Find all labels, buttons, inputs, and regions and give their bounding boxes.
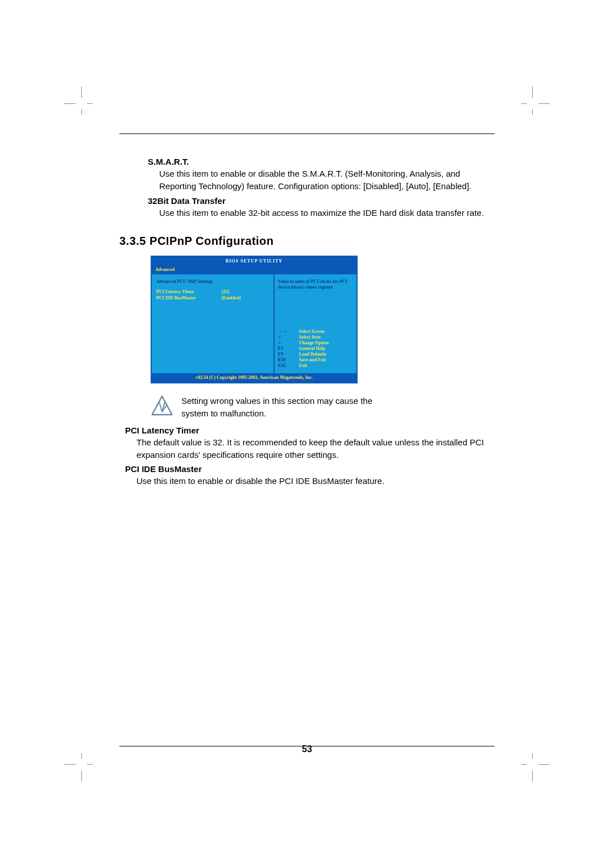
- bios-key-label: Select Screen: [299, 329, 353, 335]
- bios-key: ESC: [278, 363, 299, 369]
- bios-key-label: Save and Exit: [299, 357, 353, 363]
- section-title: 3.3.5 PCIPnP Configuration: [119, 235, 495, 248]
- bios-key: +-: [278, 340, 299, 346]
- bios-left-panel: Advanced PCI / PnP Settings PCI Latency …: [152, 274, 275, 373]
- crop-mark: [527, 86, 550, 109]
- bios-title: BIOS SETUP UTILITY: [152, 257, 356, 266]
- pci-latency-heading: PCI Latency Timer: [125, 425, 495, 435]
- bios-row-value: [Enabled]: [222, 295, 269, 301]
- bios-right-panel: Value in units of PCI clocks for PCI dev…: [275, 274, 356, 373]
- smart-section: S.M.A.R.T. Use this item to enable or di…: [148, 157, 495, 219]
- bios-key: ←→: [278, 329, 299, 335]
- bios-key-label: General Help: [299, 346, 353, 352]
- pci-section: PCI Latency Timer The default value is 3…: [125, 425, 495, 487]
- bios-row: PCI IDE BusMaster [Enabled]: [156, 295, 269, 301]
- bit32-heading: 32Bit Data Transfer: [148, 196, 495, 206]
- warning-text: Setting wrong values in this section may…: [181, 395, 386, 420]
- smart-heading: S.M.A.R.T.: [148, 157, 495, 166]
- bios-key: F1: [278, 346, 299, 352]
- smart-text: Use this item to enable or disable the S…: [159, 168, 495, 193]
- crop-mark: [64, 86, 87, 109]
- bios-row-key: PCI IDE BusMaster: [156, 295, 222, 301]
- bios-row-value: [32]: [222, 289, 269, 295]
- bios-body: Advanced PCI / PnP Settings PCI Latency …: [152, 274, 356, 373]
- page: S.M.A.R.T. Use this item to enable or di…: [0, 0, 614, 868]
- crop-mark: [64, 759, 87, 782]
- top-rule: [119, 133, 495, 134]
- bios-panel-heading: Advanced PCI / PnP Settings: [156, 279, 269, 285]
- bios-help-text: Value in units of PCI clocks for PCI dev…: [278, 279, 353, 290]
- bios-row: PCI Latency Timer [32]: [156, 289, 269, 295]
- page-number: 53: [119, 744, 495, 754]
- bios-tab: Advanced: [152, 266, 356, 274]
- crop-mark: [527, 759, 550, 782]
- warning-box: Setting wrong values in this section may…: [151, 395, 495, 420]
- pci-ide-text: Use this item to enable or disable the P…: [136, 475, 495, 487]
- bios-key: F9: [278, 352, 299, 357]
- pci-ide-heading: PCI IDE BusMaster: [125, 464, 495, 474]
- pci-latency-text: The default value is 32. It is recommend…: [136, 436, 495, 461]
- bios-footer: v02.54 (C) Copyright 1985-2003, American…: [152, 373, 356, 382]
- bios-screenshot: BIOS SETUP UTILITY Advanced Advanced PCI…: [151, 256, 358, 383]
- bios-row-key: PCI Latency Timer: [156, 289, 222, 295]
- bios-key-label: Exit: [299, 363, 353, 369]
- warning-icon: [151, 395, 173, 418]
- bios-key-label: Change Option: [299, 340, 353, 346]
- bios-key-legend: ←→Select Screen ↑↓Select Item +-Change O…: [278, 329, 353, 369]
- bios-key: F10: [278, 357, 299, 363]
- bios-key: ↑↓: [278, 335, 299, 340]
- bios-key-label: Load Defaults: [299, 352, 353, 357]
- bios-key-label: Select Item: [299, 335, 353, 340]
- footer: 53: [119, 723, 495, 754]
- content-area: S.M.A.R.T. Use this item to enable or di…: [119, 133, 495, 487]
- bit32-text: Use this item to enable 32-bit access to…: [159, 207, 495, 219]
